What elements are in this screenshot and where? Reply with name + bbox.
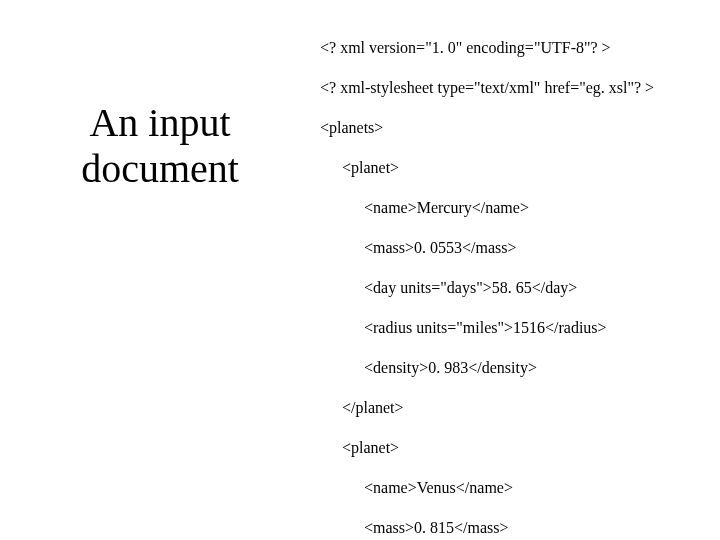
code-line: <planet> [320,158,710,178]
code-line: <? xml version="1. 0" encoding="UTF-8"? … [320,38,710,58]
code-line: <density>0. 983</density> [320,358,710,378]
code-line: <mass>0. 815</mass> [320,518,710,538]
code-line: <planets> [320,118,710,138]
xml-code-block: <? xml version="1. 0" encoding="UTF-8"? … [320,18,710,540]
slide-title: An input document [30,100,290,192]
code-line: <mass>0. 0553</mass> [320,238,710,258]
code-line: <? xml-stylesheet type="text/xml" href="… [320,78,710,98]
code-line: <planet> [320,438,710,458]
slide: An input document <? xml version="1. 0" … [0,0,720,540]
code-line: <radius units="miles">1516</radius> [320,318,710,338]
code-line: <name>Mercury</name> [320,198,710,218]
code-line: <name>Venus</name> [320,478,710,498]
code-line: <day units="days">58. 65</day> [320,278,710,298]
code-line: </planet> [320,398,710,418]
